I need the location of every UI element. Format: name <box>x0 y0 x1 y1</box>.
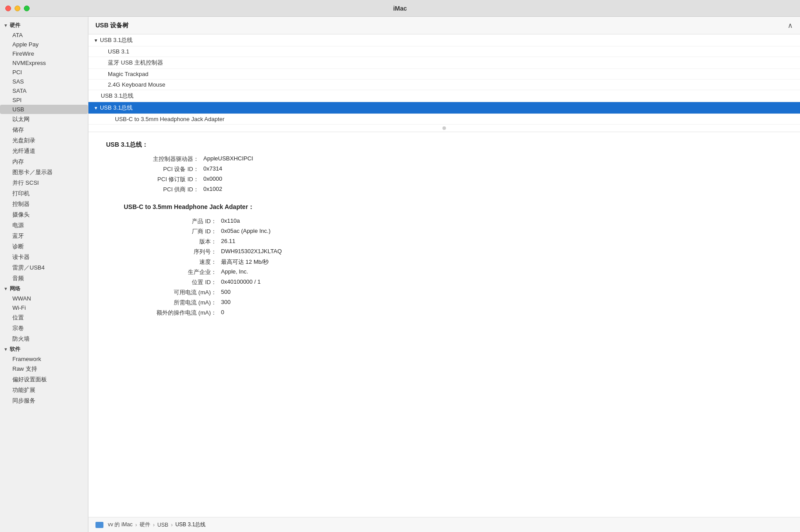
sub-detail-label-serial: 序列号： <box>124 248 221 256</box>
sidebar-item-nvmexpress[interactable]: NVMExpress <box>0 58 88 68</box>
sidebar-item-location[interactable]: 位置 <box>0 312 88 323</box>
collapse-button[interactable]: ∧ <box>788 21 793 30</box>
sidebar-item-firewire[interactable]: FireWire <box>0 49 88 58</box>
tree-row-bluetooth-host[interactable]: 蓝牙 USB 主机控制器 <box>88 57 800 69</box>
monitor-icon <box>95 522 103 528</box>
sidebar-item-pci[interactable]: PCI <box>0 68 88 77</box>
sidebar-item-ata[interactable]: ATA <box>0 30 88 40</box>
traffic-lights <box>5 5 30 11</box>
sub-detail-value-location-id: 0x40100000 / 1 <box>221 278 782 285</box>
sidebar-item-parallel-scsi[interactable]: 并行 SCSI <box>0 178 88 188</box>
sub-detail-label-version: 版本： <box>124 238 221 246</box>
sidebar-item-usb[interactable]: USB <box>0 105 88 114</box>
detail-value-pci-revision-id: 0x0000 <box>203 175 782 182</box>
sidebar-item-bluetooth[interactable]: 蓝牙 <box>0 231 88 241</box>
sidebar-section-label-software: 软件 <box>10 346 20 353</box>
sidebar-section-software[interactable]: ▼ 软件 <box>0 344 88 354</box>
sidebar-section-label-network: 网络 <box>10 285 20 293</box>
sub-detail-row-avail-current: 可用电流 (mA)： 500 <box>106 289 782 296</box>
sub-detail-row-vendor-id: 厂商 ID： 0x05ac (Apple Inc.) <box>106 228 782 236</box>
sub-detail-value-avail-current: 500 <box>221 289 782 295</box>
chevron-down-icon: ▼ <box>4 286 8 291</box>
tree-row-usb31-2[interactable]: USB 3.1总线 <box>88 90 800 102</box>
sub-detail-label-required-current: 所需电流 (mA)： <box>124 299 221 307</box>
sidebar-item-fiber[interactable]: 光纤通道 <box>0 146 88 156</box>
sidebar-section-network[interactable]: ▼ 网络 <box>0 284 88 294</box>
sidebar-item-spi[interactable]: SPI <box>0 95 88 105</box>
tree-label-usb31-1: USB 3.1总线 <box>100 36 133 44</box>
sidebar-item-wifi[interactable]: Wi-Fi <box>0 303 88 312</box>
detail-label-pci-vendor-id: PCI 供商 ID： <box>106 186 203 194</box>
sub-detail-label-speed: 速度： <box>124 258 221 266</box>
sidebar-item-graphics[interactable]: 图形卡／显示器 <box>0 167 88 178</box>
minimize-button[interactable] <box>15 5 20 11</box>
tree-row-usb31-node[interactable]: USB 3.1 <box>88 46 800 57</box>
tree-label-usb-c-adapter: USB-C to 3.5mm Headphone Jack Adapter <box>115 116 225 122</box>
sidebar-item-diagnostics[interactable]: 诊断 <box>0 241 88 252</box>
sub-detail-value-required-current: 300 <box>221 299 782 305</box>
sub-detail-row-extra-current: 额外的操作电流 (mA)： 0 <box>106 309 782 317</box>
sub-detail-label-avail-current: 可用电流 (mA)： <box>124 289 221 296</box>
main-section-title: USB 3.1总线： <box>106 141 782 149</box>
sidebar-item-controller[interactable]: 控制器 <box>0 199 88 209</box>
tree-row-usb31-1[interactable]: ▼ USB 3.1总线 <box>88 34 800 46</box>
tree-row-magic-trackpad[interactable]: Magic Trackpad <box>88 69 800 80</box>
sidebar-item-prefs[interactable]: 偏好设置面板 <box>0 374 88 385</box>
sidebar-item-audio[interactable]: 音频 <box>0 273 88 284</box>
sidebar-item-sas[interactable]: SAS <box>0 77 88 86</box>
tree-area: ▼ USB 3.1总线 USB 3.1 蓝牙 USB 主机控制器 Magic T… <box>88 34 800 132</box>
sidebar-item-power[interactable]: 电源 <box>0 220 88 231</box>
chevron-down-icon: ▼ <box>94 106 98 110</box>
sidebar-item-storage[interactable]: 储存 <box>0 125 88 135</box>
title-bar: iMac <box>0 0 800 17</box>
detail-row-pci-vendor-id: PCI 供商 ID： 0x1002 <box>106 186 782 194</box>
sidebar-item-sata[interactable]: SATA <box>0 86 88 95</box>
tree-row-keyboard-mouse[interactable]: 2.4G Keyboard Mouse <box>88 80 800 90</box>
maximize-button[interactable] <box>24 5 30 11</box>
detail-label-controller-driver: 主控制器驱动器： <box>106 155 203 163</box>
sidebar-item-ethernet[interactable]: 以太网 <box>0 114 88 125</box>
breadcrumb-sep-1: › <box>135 522 137 528</box>
detail-value-pci-device-id: 0x7314 <box>203 165 782 172</box>
sidebar-item-extensions[interactable]: 功能扩展 <box>0 385 88 395</box>
sidebar-item-apple-pay[interactable]: Apple Pay <box>0 40 88 49</box>
window-title: iMac <box>393 5 407 12</box>
sidebar-section-hardware[interactable]: ▼ 硬件 <box>0 20 88 30</box>
sub-detail-value-product-id: 0x110a <box>221 217 782 224</box>
sidebar-item-printer[interactable]: 打印机 <box>0 188 88 199</box>
sidebar-item-raw[interactable]: Raw 支持 <box>0 364 88 374</box>
content-header-title: USB 设备树 <box>95 22 129 30</box>
tree-label-usb31-node: USB 3.1 <box>108 48 129 55</box>
scrollbar-row <box>88 125 800 132</box>
tree-row-usb-c-adapter[interactable]: USB-C to 3.5mm Headphone Jack Adapter <box>88 114 800 125</box>
sidebar-item-wwan[interactable]: WWAN <box>0 294 88 303</box>
sub-detail-label-extra-current: 额外的操作电流 (mA)： <box>124 309 221 317</box>
sidebar-item-framework[interactable]: Framework <box>0 354 88 364</box>
tree-label-bluetooth-host: 蓝牙 USB 主机控制器 <box>108 59 163 67</box>
sub-detail-value-vendor-id: 0x05ac (Apple Inc.) <box>221 228 782 234</box>
sub-detail-label-vendor-id: 厂商 ID： <box>124 228 221 236</box>
sub-detail-value-speed: 最高可达 12 Mb/秒 <box>221 258 782 266</box>
sidebar-item-sync[interactable]: 同步服务 <box>0 395 88 406</box>
sidebar-item-firewall[interactable]: 防火墙 <box>0 334 88 344</box>
sub-detail-row-required-current: 所需电流 (mA)： 300 <box>106 299 782 307</box>
tree-row-usb31-3[interactable]: ▼ USB 3.1总线 <box>88 102 800 114</box>
sidebar-item-memory[interactable]: 内存 <box>0 156 88 167</box>
sidebar-item-optical[interactable]: 光盘刻录 <box>0 135 88 146</box>
chevron-down-icon: ▼ <box>4 347 8 352</box>
breadcrumb-bar: vv 的 iMac › 硬件 › USB › USB 3.1总线 <box>88 517 800 532</box>
scrollbar-dot <box>442 126 446 130</box>
sidebar-item-card-reader[interactable]: 读卡器 <box>0 252 88 262</box>
chevron-down-icon: ▼ <box>94 38 98 43</box>
detail-label-pci-revision-id: PCI 修订版 ID： <box>106 175 203 183</box>
sidebar-item-camera[interactable]: 摄像头 <box>0 209 88 220</box>
close-button[interactable] <box>5 5 11 11</box>
sub-detail-row-location-id: 位置 ID： 0x40100000 / 1 <box>106 278 782 286</box>
sub-detail-row-manufacturer: 生产企业： Apple, Inc. <box>106 268 782 276</box>
content-area: USB 设备树 ∧ ▼ USB 3.1总线 USB 3.1 蓝牙 USB 主机控… <box>88 17 800 532</box>
sub-detail-label-manufacturer: 生产企业： <box>124 268 221 276</box>
sub-section-title: USB-C to 3.5mm Headphone Jack Adapter： <box>106 203 782 211</box>
sidebar-item-volumes[interactable]: 宗卷 <box>0 323 88 334</box>
sub-detail-value-extra-current: 0 <box>221 309 782 315</box>
sidebar-item-thunderbolt[interactable]: 雷雳／USB4 <box>0 262 88 273</box>
